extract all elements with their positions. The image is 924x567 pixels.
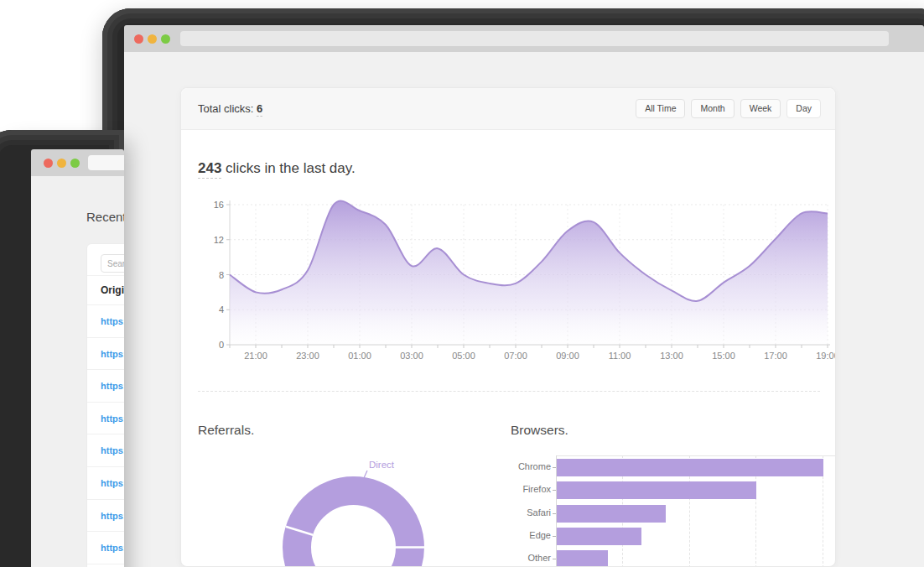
bar-label-chrome: Chrome: [511, 461, 551, 471]
svg-text:21:00: 21:00: [244, 351, 267, 361]
svg-text:19:00: 19:00: [816, 351, 836, 361]
svg-text:01:00: 01:00: [348, 351, 371, 361]
close-button[interactable]: [134, 34, 143, 44]
svg-text:8: 8: [219, 270, 224, 280]
bar-label-firefox: Firefox: [511, 484, 551, 494]
origin-link[interactable]: https:: [87, 434, 124, 467]
back-window-content: Recent Origin https:https:https:https:ht…: [31, 176, 124, 567]
bar-label-edge: Edge: [511, 530, 551, 540]
back-titlebar[interactable]: [31, 149, 124, 176]
svg-text:23:00: 23:00: [296, 351, 319, 361]
maximize-button[interactable]: [70, 159, 80, 168]
analytics-card: Total clicks: 6 All TimeMonthWeekDay 243…: [180, 87, 836, 567]
svg-text:17:00: 17:00: [764, 351, 787, 361]
recent-clicks-card: Origin https:https:https:https:https:htt…: [86, 243, 124, 567]
total-clicks: Total clicks: 6: [198, 102, 262, 115]
bar-edge: [557, 528, 641, 545]
bar-label-other: Other: [511, 553, 551, 563]
filter-button-day[interactable]: Day: [786, 99, 821, 118]
origin-link[interactable]: https:: [87, 532, 124, 564]
referrals-donut-chart: Direct: [265, 445, 449, 567]
bar-label-safari: Safari: [511, 507, 551, 518]
origin-link[interactable]: https:: [87, 370, 124, 403]
svg-text:09:00: 09:00: [556, 351, 579, 361]
bar-safari: [557, 505, 666, 523]
origin-link[interactable]: https:: [87, 467, 124, 500]
minimize-button[interactable]: [57, 159, 66, 168]
browsers-bar-chart: ChromeFirefoxSafariEdgeOther: [511, 450, 836, 567]
referrals-title: Referrals.: [198, 423, 254, 438]
svg-text:03:00: 03:00: [400, 351, 423, 361]
traffic-lights: [134, 34, 170, 44]
screenshot-stage: Recent Origin https:https:https:https:ht…: [0, 0, 924, 567]
browsers-title: Browsers.: [511, 423, 568, 438]
time-filter-group: All TimeMonthWeekDay: [636, 99, 821, 118]
minimize-button[interactable]: [148, 34, 157, 44]
bar-firefox: [557, 481, 756, 499]
search-input[interactable]: [101, 254, 124, 273]
svg-text:16: 16: [214, 200, 224, 210]
svg-text:13:00: 13:00: [660, 351, 683, 361]
bar-chrome: [557, 459, 823, 476]
origin-link[interactable]: https:: [87, 338, 124, 371]
clicks-headline: 243 clicks in the last day.: [198, 160, 356, 177]
front-titlebar[interactable]: [124, 25, 924, 52]
close-button[interactable]: [44, 159, 53, 168]
card-header: Total clicks: 6 All TimeMonthWeekDay: [181, 88, 835, 130]
filter-button-week[interactable]: Week: [740, 99, 781, 118]
section-divider: [198, 391, 820, 392]
svg-text:05:00: 05:00: [452, 351, 475, 361]
svg-text:4: 4: [219, 304, 224, 315]
svg-text:0: 0: [219, 340, 224, 350]
clicks-area-chart: 048121621:0023:0001:0003:0005:0007:0009:…: [181, 190, 836, 391]
filter-button-all-time[interactable]: All Time: [636, 99, 685, 118]
svg-text:12: 12: [214, 235, 224, 245]
recent-clicks-list: https:https:https:https:https:https:http…: [87, 305, 124, 564]
maximize-button[interactable]: [161, 34, 170, 44]
clicks-count: 243: [198, 160, 221, 179]
clicks-headline-text: clicks in the last day.: [221, 160, 355, 176]
svg-text:15:00: 15:00: [712, 351, 735, 361]
back-browser-window: Recent Origin https:https:https:https:ht…: [0, 130, 124, 567]
origin-column-header: Origin: [87, 276, 124, 305]
donut-slice-label: Direct: [369, 460, 395, 470]
address-bar[interactable]: [180, 31, 889, 46]
filter-button-month[interactable]: Month: [691, 99, 734, 118]
svg-text:07:00: 07:00: [504, 351, 527, 361]
origin-link[interactable]: https:: [87, 500, 124, 533]
address-bar[interactable]: [88, 155, 124, 170]
traffic-lights: [44, 159, 80, 168]
svg-text:11:00: 11:00: [609, 351, 631, 361]
origin-link[interactable]: https:: [87, 305, 124, 338]
total-clicks-label: Total clicks:: [198, 102, 253, 115]
recent-heading: Recent: [86, 210, 124, 224]
origin-link[interactable]: https:: [87, 403, 124, 435]
total-clicks-value: 6: [257, 102, 262, 117]
bar-other: [557, 550, 608, 567]
